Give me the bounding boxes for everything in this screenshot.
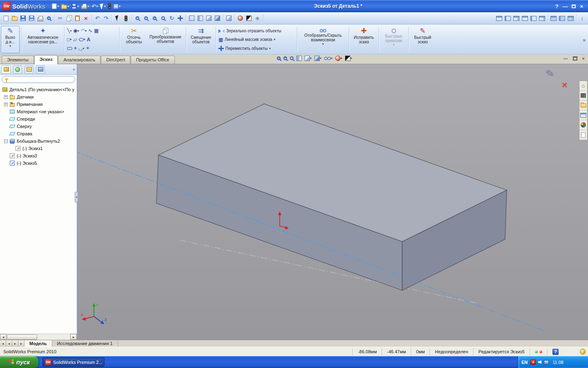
exit-sketch-button[interactable]: ✎ Выход и... ▾ [1,26,20,53]
tree-item-right-plane[interactable]: Справа [0,130,77,137]
linear-pattern-button[interactable]: ▦ Линейный массив эскиза ▾ [218,36,294,44]
zoom-out-button[interactable] [142,14,150,23]
view-palette-button[interactable] [579,110,587,120]
parallelogram-tool-button[interactable]: ▱ [72,37,78,42]
tree-item-sensors[interactable]: Датчики [0,93,77,101]
viewport-canvas[interactable]: Y X Z [78,64,588,340]
hud-appearance-button[interactable]: ▾ [334,55,343,61]
motion-study-tab[interactable]: Исследование движения 1 [52,340,118,347]
tip-of-day-icon[interactable] [580,349,586,355]
pan-view-button[interactable] [176,14,185,23]
tree-item-annotations[interactable]: Примечания [0,101,77,108]
hud-view-orientation-button[interactable]: ▾ [304,55,312,61]
quick-tips-help-button[interactable]: ? [552,349,559,355]
tab-office-products[interactable]: Продукты Office [131,56,174,64]
hud-hide-show-button[interactable]: ▾ [323,56,333,61]
taskbar-app-button[interactable]: SW SolidWorks Premium 2... [42,357,105,367]
expand-icon[interactable] [4,95,8,99]
rebuild-model-button[interactable] [122,14,130,23]
scrollbar-thumb[interactable] [7,334,37,340]
start-button[interactable]: пуск [0,356,38,368]
paste-button[interactable] [73,14,82,23]
tab-features[interactable]: Элементы [2,56,34,64]
window-layout-2-button[interactable] [503,14,512,23]
tree-item-part[interactable]: Деталь1 (По умолчанию<<По у [0,86,77,93]
viewport-two-button[interactable] [558,14,566,23]
cut-button[interactable]: ✂ [56,14,65,23]
hud-previous-view-button[interactable] [289,56,294,61]
hud-display-style-button[interactable]: ▾ [314,55,322,61]
hud-zoom-fit-button[interactable] [276,56,281,61]
language-indicator[interactable]: EN [521,360,528,365]
dimxpert-manager-tab[interactable] [36,65,45,74]
shaded-style-button[interactable] [213,14,222,23]
collapse-icon[interactable] [4,139,8,143]
new-file-button[interactable] [2,14,10,23]
tree-item-sketch1[interactable]: ✎ (-) Эскиз1 [0,145,77,152]
hud-section-view-button[interactable] [296,55,303,61]
select-button[interactable] [113,14,122,23]
quick-snaps-button[interactable]: Быстрые привязки ▾ [381,26,407,53]
circle-tool-button[interactable]: ◉▾ [72,28,80,33]
zoom-fit-button[interactable] [159,14,167,23]
help-button[interactable]: ? [555,3,558,9]
zoom-in-button[interactable] [133,14,142,23]
undo-button[interactable]: ↶▾ [91,3,99,9]
scroll-left-button[interactable]: ◄ [0,334,7,340]
save-button[interactable]: ▾ [71,3,80,9]
rectangle-tool-button[interactable]: □▾ [66,37,72,42]
arc-tool-button[interactable]: ◠▾ [80,28,88,33]
rotate-view-button[interactable]: ↻ [167,14,176,23]
move-entities-button[interactable]: Переместить объекты ▾ [218,44,294,52]
hud-zoom-area-button[interactable] [283,56,288,61]
tree-item-top-plane[interactable]: Сверху [0,123,77,130]
viewport-four-button[interactable] [566,14,575,23]
offset-entities-button[interactable]: ⇉ Смещение объектов [188,26,214,53]
wireframe-style-button[interactable] [187,14,196,23]
delete-button[interactable]: × [82,14,90,23]
appearances-scenes-button[interactable] [579,120,587,130]
window-layout-4-button[interactable] [521,14,529,23]
model-tab[interactable]: Модель [24,340,52,347]
minimize-button[interactable]: — [562,3,568,9]
new-document-button[interactable]: ▾ [51,3,60,9]
print-button[interactable]: ▾ [80,3,90,9]
tree-item-material[interactable]: Материал <не указан> [0,108,77,115]
clock[interactable]: 11:08 [552,360,564,365]
rebuild-button[interactable] [107,3,112,9]
property-manager-tab[interactable] [13,65,22,74]
tab-scroll-right-button[interactable]: ► [12,340,18,347]
mirror-entities-button[interactable]: Зеркально отразить объекты [218,27,294,35]
hidden-lines-style-button[interactable] [196,14,205,23]
viewport-single-button[interactable] [549,14,558,23]
select-tool-button[interactable]: ▾ [100,3,107,9]
shaded-edges-style-button[interactable] [205,14,213,23]
tray-app-icon[interactable]: А [530,359,536,365]
doc-close-button[interactable]: × [582,56,585,61]
tree-item-sketch5[interactable]: ✎ (-) Эскиз5 [0,159,77,167]
window-layout-1-button[interactable] [495,14,503,23]
slot-tool-button[interactable] [66,47,73,50]
tree-filter-field[interactable] [2,76,75,83]
trim-entities-button[interactable]: ✂ Отсечь объекты [121,26,147,53]
doc-minimize-button[interactable]: — [564,56,568,61]
hud-scene-button[interactable]: ▾ [344,55,353,61]
task-pane-home-button[interactable]: ⌂ [579,81,587,91]
convert-entities-button[interactable]: Преобразование объектов [147,26,184,53]
tab-dimxpert[interactable]: DimXpert [101,56,130,64]
print-file-button[interactable] [36,14,45,23]
redo-tool-button[interactable]: ↷ [102,14,110,23]
spline-tool-button[interactable]: ∿ [87,28,93,33]
tree-item-front-plane[interactable]: Спереди [0,115,77,123]
doc-restore-button[interactable] [573,56,577,61]
window-layout-3-button[interactable] [512,14,521,23]
fullscreen-button[interactable]: ↕ [578,14,586,23]
edit-appearance-button[interactable] [236,14,245,23]
volume-icon[interactable] [538,361,541,364]
view-orientation-button[interactable] [225,14,233,23]
undo-tool-button[interactable]: ↶ [93,14,102,23]
point-tool-button[interactable]: + [73,46,78,51]
custom-properties-button[interactable] [579,130,587,140]
window-layout-5-button[interactable] [529,14,538,23]
confirmation-corner-cancel[interactable]: × [562,80,567,90]
